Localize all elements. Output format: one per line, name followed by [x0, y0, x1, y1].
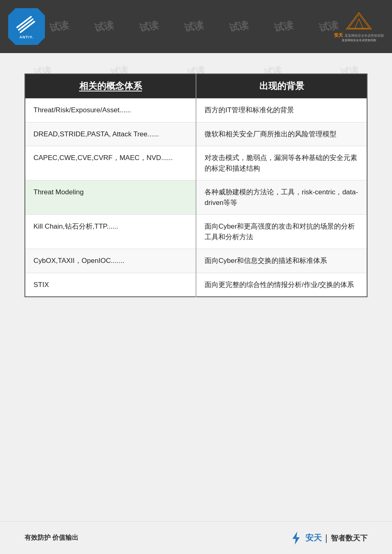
table-cell-col1-2: CAPEC,CWE,CVE,CVRF，MAEC，NVD...... — [25, 146, 196, 180]
table-cell-col2-5: 面向Cyber和信息交换的描述和标准体系 — [196, 249, 367, 273]
main-content: 相关的概念体系 出现的背景 Threat/Risk/Exposure/Asset… — [0, 53, 392, 309]
header-wm-1: 试读 — [49, 18, 70, 35]
footer-brand-main: 安天 — [305, 532, 322, 543]
table-row: Threat Modeling各种威胁建模的方法论，工具，risk-centri… — [25, 180, 367, 215]
header-right-logo: 安天 某某网络安全冬训营第四期 某某网络安全冬训营第四期 — [334, 11, 384, 42]
table-row: CAPEC,CWE,CVE,CVRF，MAEC，NVD......对攻击模式，脆… — [25, 146, 367, 180]
header-wm-5: 试读 — [228, 18, 250, 35]
svg-line-5 — [355, 19, 359, 28]
footer-brand-sub: 智者数天下 — [331, 533, 368, 543]
col1-header: 相关的概念体系 — [25, 74, 196, 98]
table-cell-col1-5: CybOX,TAXII，OpenIOC....... — [25, 249, 196, 273]
table-row: DREAD,STRIDE,PASTA, Attack Tree......微软和… — [25, 122, 367, 146]
lightning-icon — [290, 531, 302, 545]
header-sub-text: 某某网络安全冬训营第四期 — [342, 38, 376, 42]
table-cell-col2-3: 各种威胁建模的方法论，工具，risk-centric，data-driven等等 — [196, 180, 367, 215]
table-row: CybOX,TAXII，OpenIOC.......面向Cyber和信息交换的描… — [25, 249, 367, 273]
table-row: STIX面向更完整的综合性的情报分析/作业/交换的体系 — [25, 273, 367, 297]
table-cell-col1-3: Threat Modeling — [25, 180, 196, 215]
table-row: Kill Chain,钻石分析,TTP......面向Cyber和更高强度的攻击… — [25, 215, 367, 249]
svg-line-6 — [359, 19, 363, 28]
table-cell-col2-2: 对攻击模式，脆弱点，漏洞等各种基础的安全元素的标定和描述结构 — [196, 146, 367, 180]
header-wm-2: 试读 — [94, 18, 115, 35]
table-cell-col2-6: 面向更完整的综合性的情报分析/作业/交换的体系 — [196, 273, 367, 297]
footer: 有效防护 价值输出 安天 | 智者数天下 — [0, 521, 392, 554]
table-cell-col2-0: 西方的IT管理和标准化的背景 — [196, 98, 367, 122]
right-brand-sub: 某某网络安全冬训营第四期 — [345, 34, 384, 38]
table-body: Threat/Risk/Exposure/Asset......西方的IT管理和… — [25, 98, 367, 297]
svg-marker-3 — [347, 13, 371, 29]
header-wm-4: 试读 — [183, 18, 205, 35]
right-brand-antiy: 安天 — [334, 33, 343, 38]
footer-brand-area: 安天 | 智者数天下 — [290, 531, 368, 545]
table-header: 相关的概念体系 出现的背景 — [25, 74, 367, 98]
svg-marker-7 — [292, 532, 300, 545]
table-cell-col1-0: Threat/Risk/Exposure/Asset...... — [25, 98, 196, 122]
table-cell-col1-1: DREAD,STRIDE,PASTA, Attack Tree...... — [25, 122, 196, 146]
right-logo-svg — [343, 11, 375, 33]
header-wm-3: 试读 — [138, 18, 160, 35]
logo-svg — [16, 14, 38, 37]
logo-label: ANTIY. — [20, 35, 34, 39]
svg-marker-4 — [349, 15, 369, 28]
footer-brand-divider: | — [325, 533, 327, 543]
table-row: Threat/Risk/Exposure/Asset......西方的IT管理和… — [25, 98, 367, 122]
antiy-logo: ANTIY. — [8, 8, 45, 45]
table-cell-col1-6: STIX — [25, 273, 196, 297]
header-watermarks: 试读 试读 试读 试读 试读 试读 试读 — [37, 0, 351, 53]
concepts-table: 相关的概念体系 出现的背景 Threat/Risk/Exposure/Asset… — [24, 73, 368, 297]
header-wm-6: 试读 — [273, 18, 295, 35]
header: ANTIY. 试读 试读 试读 试读 试读 试读 试读 安天 某某网络安全冬训营… — [0, 0, 392, 53]
footer-tagline: 有效防护 价值输出 — [24, 534, 78, 542]
table-cell-col1-4: Kill Chain,钻石分析,TTP...... — [25, 215, 196, 249]
footer-antiy-text: 安天 — [305, 533, 322, 542]
table-cell-col2-1: 微软和相关安全厂商所推出的风险管理模型 — [196, 122, 367, 146]
col2-header: 出现的背景 — [196, 74, 367, 98]
table-cell-col2-4: 面向Cyber和更高强度的攻击和对抗的场景的分析工具和分析方法 — [196, 215, 367, 249]
